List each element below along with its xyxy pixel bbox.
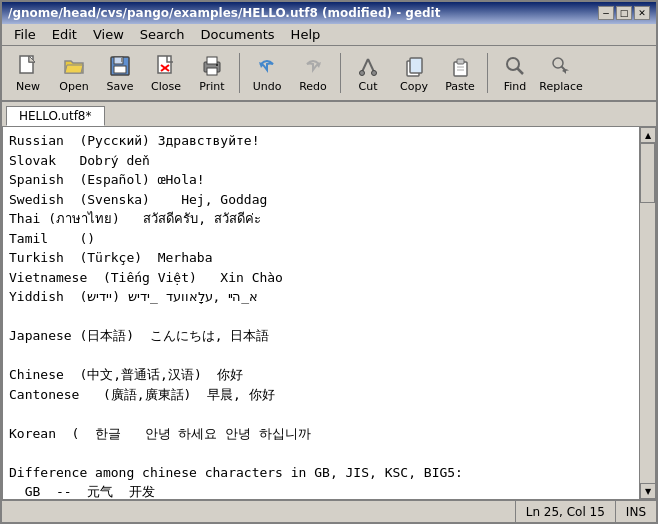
tab-hello-utf8[interactable]: HELLO.utf8* bbox=[6, 106, 105, 126]
print-label: Print bbox=[199, 80, 224, 93]
tab-bar: HELLO.utf8* bbox=[2, 102, 656, 126]
separator-3 bbox=[487, 53, 488, 93]
svg-rect-10 bbox=[207, 68, 217, 75]
insert-mode: INS bbox=[615, 501, 656, 522]
paste-label: Paste bbox=[445, 80, 475, 93]
menu-help[interactable]: Help bbox=[283, 25, 329, 44]
svg-point-15 bbox=[360, 70, 365, 75]
window-controls: − □ ✕ bbox=[598, 6, 650, 20]
save-button[interactable]: Save bbox=[98, 48, 142, 98]
svg-line-14 bbox=[368, 59, 374, 72]
new-button[interactable]: New bbox=[6, 48, 50, 98]
menu-view[interactable]: View bbox=[85, 25, 132, 44]
save-icon bbox=[108, 54, 132, 78]
statusbar: Ln 25, Col 15 INS bbox=[2, 500, 656, 522]
scroll-up-button[interactable]: ▲ bbox=[640, 127, 656, 143]
replace-label: Replace bbox=[539, 80, 583, 93]
svg-line-13 bbox=[362, 59, 368, 72]
find-label: Find bbox=[504, 80, 527, 93]
close-doc-icon bbox=[154, 54, 178, 78]
svg-rect-11 bbox=[207, 57, 217, 64]
close-label: Close bbox=[151, 80, 181, 93]
window-title: /gnome/head/cvs/pango/examples/HELLO.utf… bbox=[8, 6, 440, 20]
find-button[interactable]: Find bbox=[493, 48, 537, 98]
open-icon bbox=[62, 54, 86, 78]
separator-2 bbox=[340, 53, 341, 93]
redo-label: Redo bbox=[299, 80, 327, 93]
position-text: Ln 25, Col 15 bbox=[526, 505, 605, 519]
cut-button[interactable]: Cut bbox=[346, 48, 390, 98]
undo-button[interactable]: Undo bbox=[245, 48, 289, 98]
vertical-scrollbar[interactable]: ▲ ▼ bbox=[639, 127, 655, 499]
minimize-button[interactable]: − bbox=[598, 6, 614, 20]
close-doc-button[interactable]: Close bbox=[144, 48, 188, 98]
svg-rect-5 bbox=[121, 58, 123, 62]
cut-label: Cut bbox=[359, 80, 378, 93]
editor-area: Russian (Русский) Здравствуйте! Slovak D… bbox=[2, 126, 656, 500]
new-label: New bbox=[16, 80, 40, 93]
svg-line-24 bbox=[518, 68, 524, 74]
main-window: /gnome/head/cvs/pango/examples/HELLO.utf… bbox=[0, 0, 658, 524]
paste-icon bbox=[448, 54, 472, 78]
separator-1 bbox=[239, 53, 240, 93]
editor-content[interactable]: Russian (Русский) Здравствуйте! Slovak D… bbox=[3, 127, 639, 499]
toolbar: New Open Save bbox=[2, 46, 656, 102]
menu-file[interactable]: File bbox=[6, 25, 44, 44]
menu-edit[interactable]: Edit bbox=[44, 25, 85, 44]
svg-point-16 bbox=[372, 70, 377, 75]
redo-icon bbox=[301, 54, 325, 78]
scroll-thumb[interactable] bbox=[640, 143, 655, 203]
svg-rect-12 bbox=[216, 64, 218, 66]
replace-button[interactable]: Replace bbox=[539, 48, 583, 98]
copy-label: Copy bbox=[400, 80, 428, 93]
paste-button[interactable]: Paste bbox=[438, 48, 482, 98]
scroll-track[interactable] bbox=[640, 143, 655, 483]
print-button[interactable]: Print bbox=[190, 48, 234, 98]
cut-icon bbox=[356, 54, 380, 78]
undo-label: Undo bbox=[253, 80, 282, 93]
open-button[interactable]: Open bbox=[52, 48, 96, 98]
save-label: Save bbox=[106, 80, 133, 93]
cursor-position: Ln 25, Col 15 bbox=[515, 501, 615, 522]
new-icon bbox=[16, 54, 40, 78]
close-button[interactable]: ✕ bbox=[634, 6, 650, 20]
menu-documents[interactable]: Documents bbox=[192, 25, 282, 44]
title-bar: /gnome/head/cvs/pango/examples/HELLO.utf… bbox=[2, 2, 656, 24]
svg-rect-18 bbox=[410, 58, 422, 73]
find-icon bbox=[503, 54, 527, 78]
scroll-down-button[interactable]: ▼ bbox=[640, 483, 656, 499]
maximize-button[interactable]: □ bbox=[616, 6, 632, 20]
undo-icon bbox=[255, 54, 279, 78]
tab-label: HELLO.utf8* bbox=[19, 109, 92, 123]
copy-button[interactable]: Copy bbox=[392, 48, 436, 98]
menubar: File Edit View Search Documents Help bbox=[2, 24, 656, 46]
replace-icon bbox=[549, 54, 573, 78]
open-label: Open bbox=[59, 80, 88, 93]
menu-search[interactable]: Search bbox=[132, 25, 193, 44]
svg-rect-20 bbox=[457, 59, 464, 64]
svg-point-23 bbox=[507, 58, 519, 70]
svg-rect-4 bbox=[114, 66, 126, 73]
print-icon bbox=[200, 54, 224, 78]
redo-button[interactable]: Redo bbox=[291, 48, 335, 98]
mode-text: INS bbox=[626, 505, 646, 519]
copy-icon bbox=[402, 54, 426, 78]
